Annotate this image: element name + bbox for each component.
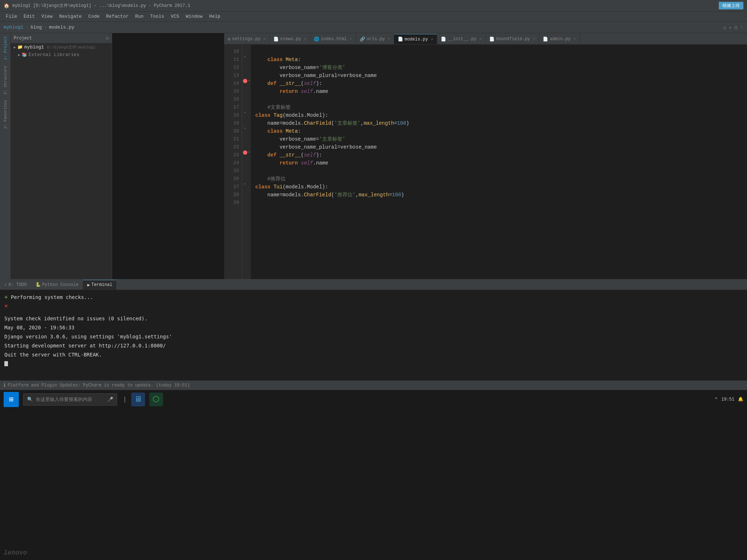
tab-init-close[interactable]: × xyxy=(479,37,482,41)
fold-23[interactable]: ▾ xyxy=(248,150,250,154)
gutter: ▾ ▾ ▾ ▾ xyxy=(242,45,251,279)
code-line-20: class Meta: xyxy=(255,127,747,135)
sidebar-tab-structure[interactable]: Z: Structure xyxy=(1,63,9,97)
toolbar-nav-icon[interactable]: ↕ xyxy=(740,24,743,31)
title-bar-icon: 🏠 xyxy=(4,3,9,9)
menu-vcs[interactable]: VCS xyxy=(168,13,182,20)
fold-27[interactable]: ▾ xyxy=(244,182,246,186)
code-line-26: #推荐位 xyxy=(255,175,747,183)
breadcrumb-bar: myblog1 › blog › models.py ↺ ✦ ⚙ ↕ xyxy=(0,22,747,33)
terminal-line-6: Starting development server at http://12… xyxy=(4,341,743,350)
taskbar-expand-icon[interactable]: ⌃ xyxy=(715,396,718,402)
terminal-line-cursor xyxy=(4,359,743,368)
taskbar-icon-2[interactable]: ⬡ xyxy=(149,393,163,406)
code-line-12: verbose_name='博客分类' xyxy=(255,64,747,72)
tab-models[interactable]: 📄 models.py × xyxy=(394,34,437,44)
tab-settings[interactable]: ⚙ settings.py × xyxy=(224,34,270,44)
menu-window[interactable]: Window xyxy=(183,13,206,20)
tab-python-console[interactable]: 🐍 Python Console xyxy=(31,280,83,290)
tab-todo[interactable]: ✓ 6: TODO xyxy=(0,280,31,290)
status-message: Platform and Plugin Updates: PyCharm is … xyxy=(8,383,190,388)
terminal-line-2: ✕ xyxy=(4,302,743,311)
tab-index-icon: 🌐 xyxy=(314,37,319,42)
menu-tools[interactable]: Tools xyxy=(147,13,167,20)
terminal-line-1: + Performing system checks... xyxy=(4,293,743,302)
toolbar-refresh-icon[interactable]: ↺ xyxy=(723,24,726,31)
breadcrumb-file[interactable]: models.py xyxy=(49,25,74,30)
fold-14[interactable]: ▾ xyxy=(248,78,250,83)
sidebar-tab-project[interactable]: 1: Project xyxy=(1,33,9,63)
tree-myblog1[interactable]: ▶ 📁 myblog1 D:\Django文件\myblog1 xyxy=(11,43,112,51)
toolbar-gear-icon[interactable]: ⚙ xyxy=(734,24,738,31)
taskbar-icon-1[interactable]: 🖥 xyxy=(131,393,145,406)
breakpoint-23[interactable] xyxy=(243,150,247,155)
menu-code[interactable]: Code xyxy=(85,13,102,20)
menu-bar: File Edit View Navigate Code Refactor Ru… xyxy=(0,12,747,22)
tab-index[interactable]: 🌐 index.html × xyxy=(310,34,356,44)
tab-boundfield-close[interactable]: × xyxy=(533,37,535,41)
toolbar-bookmark-icon[interactable]: ✦ xyxy=(729,24,732,31)
sidebar-tab-favorites[interactable]: 2: Favorites xyxy=(1,97,9,132)
code-line-19: name=models.CharField('文章标签',max_length=… xyxy=(255,119,747,127)
breadcrumb-root[interactable]: myblog1 xyxy=(4,25,24,30)
tab-bar: ⚙ settings.py × 📄 views.py × 🌐 index.htm… xyxy=(224,33,747,45)
fold-11[interactable]: ▾ xyxy=(244,55,246,59)
code-line-22: verbose_name_plural=verbose_name xyxy=(255,143,747,151)
project-panel: Project ⚙ ▶ 📁 myblog1 D:\Django文件\myblog… xyxy=(11,33,112,279)
menu-navigate[interactable]: Navigate xyxy=(56,13,85,20)
tab-boundfield[interactable]: 📄 boundfield.py × xyxy=(486,34,539,44)
tab-urls[interactable]: 🔗 urls.py × xyxy=(356,34,394,44)
menu-run[interactable]: Run xyxy=(132,13,146,20)
code-line-25 xyxy=(255,167,747,175)
tab-terminal[interactable]: ▶ Terminal xyxy=(83,280,116,290)
tab-boundfield-icon: 📄 xyxy=(489,37,495,42)
menu-help[interactable]: Help xyxy=(206,13,223,20)
terminal-line-5: Django version 3.0.6, using settings 'my… xyxy=(4,332,743,341)
editor-area: ⚙ settings.py × 📄 views.py × 🌐 index.htm… xyxy=(224,33,747,279)
tab-models-close[interactable]: × xyxy=(431,37,434,42)
taskbar-divider-icon: | xyxy=(123,396,127,403)
breadcrumb-blog[interactable]: blog xyxy=(30,25,42,30)
fold-20[interactable]: ▾ xyxy=(244,126,246,131)
fold-18[interactable]: ▾ xyxy=(244,110,246,115)
terminal-line-4: May 08, 2020 - 19:56:33 xyxy=(4,323,743,332)
tab-admin[interactable]: 📄 admin.py × xyxy=(539,34,580,44)
menu-file[interactable]: File xyxy=(3,13,20,20)
tab-index-close[interactable]: × xyxy=(350,37,352,41)
tab-models-icon: 📄 xyxy=(398,37,403,42)
upload-button[interactable]: 稳健上传 xyxy=(719,2,743,9)
code-content[interactable]: class Meta: verbose_name='博客分类' verbose_… xyxy=(251,45,747,279)
tab-views[interactable]: 📄 views.py × xyxy=(270,34,310,44)
tab-init[interactable]: 📄 __init__.py × xyxy=(437,34,486,44)
title-bar: 🏠 myblog1 [D:\Django文件\myblog1] - ...\bl… xyxy=(0,0,747,12)
code-line-21: verbose_name='文章标签' xyxy=(255,135,747,143)
panel-settings-icon[interactable]: ⚙ xyxy=(106,35,109,41)
menu-view[interactable]: View xyxy=(38,13,55,20)
breadcrumb-sep1: › xyxy=(26,25,29,30)
search-icon: 🔍 xyxy=(27,397,33,402)
tree-external-libraries[interactable]: ▶ 📚 External Libraries xyxy=(11,51,112,59)
tab-views-icon: 📄 xyxy=(273,37,279,42)
tab-settings-close[interactable]: × xyxy=(263,37,266,41)
taskbar-notification-icon[interactable]: 🔔 xyxy=(738,397,743,402)
code-editor[interactable]: 10 11 12 13 14 15 16 17 18 19 20 21 22 2… xyxy=(224,45,747,279)
menu-refactor[interactable]: Refactor xyxy=(103,13,131,20)
tree-arrow-icon: ▶ xyxy=(14,45,16,50)
taskbar-app2-icon: ⬡ xyxy=(153,394,159,404)
breakpoint-14[interactable] xyxy=(243,79,247,83)
code-line-18: class Tag(models.Model): xyxy=(255,111,747,119)
tab-admin-close[interactable]: × xyxy=(573,37,576,41)
tree-ext-arrow-icon: ▶ xyxy=(18,53,20,57)
terminal-content[interactable]: + Performing system checks... ✕ System c… xyxy=(0,290,747,380)
taskbar-search-box[interactable]: 🔍 在这里输入你要搜索的内容 🎤 xyxy=(23,393,117,406)
tab-urls-close[interactable]: × xyxy=(388,37,390,41)
terminal-line-7: Quit the server with CTRL-BREAK. xyxy=(4,350,743,359)
terminal-spacer xyxy=(4,311,743,314)
code-line-11: class Meta: xyxy=(255,56,747,64)
status-bar: ℹ Platform and Plugin Updates: PyCharm i… xyxy=(0,380,747,390)
line-numbers: 10 11 12 13 14 15 16 17 18 19 20 21 22 2… xyxy=(224,45,242,279)
windows-start-button[interactable]: ⊞ xyxy=(4,392,19,407)
tab-views-close[interactable]: × xyxy=(304,37,307,41)
menu-edit[interactable]: Edit xyxy=(21,13,38,20)
windows-logo-icon: ⊞ xyxy=(9,395,13,404)
